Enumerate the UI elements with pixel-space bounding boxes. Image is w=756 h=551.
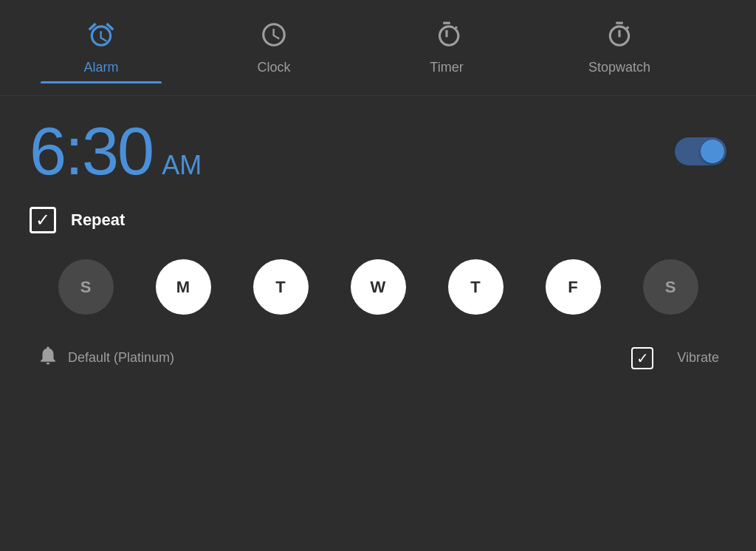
tab-stopwatch-label: Stopwatch [588,60,650,75]
day-monday[interactable]: M [156,259,211,315]
day-selector: S M T W T F S [30,259,726,315]
vibrate-checkmark: ✓ [636,349,649,367]
tab-timer-label: Timer [430,60,463,75]
tab-clock[interactable]: Clock [188,13,360,83]
alarm-row: 6:30 AM [30,118,726,185]
nav-tabs: Alarm Clock Timer Stopwatch [0,0,756,96]
checkbox-checkmark: ✓ [35,211,50,229]
vibrate-checkbox[interactable]: ✓ [631,347,653,369]
timer-icon [433,21,461,54]
clock-icon [260,21,288,54]
tab-alarm[interactable]: Alarm [15,13,188,83]
stopwatch-icon [605,21,633,54]
repeat-label: Repeat [71,211,125,230]
vibrate-item[interactable]: ✓ Vibrate [631,347,719,369]
alarm-time-display[interactable]: 6:30 AM [30,118,202,185]
day-sunday-label: S [80,278,92,297]
repeat-row: ✓ Repeat [30,207,726,233]
tab-stopwatch[interactable]: Stopwatch [533,13,706,83]
tab-clock-label: Clock [257,60,290,75]
tab-alarm-label: Alarm [83,60,118,75]
alarm-toggle[interactable] [675,137,726,165]
toggle-knob [701,140,724,163]
day-thursday[interactable]: T [448,259,504,315]
day-wednesday[interactable]: W [351,259,406,315]
day-tuesday-label: T [275,278,285,297]
ringtone-icon [37,344,59,372]
day-friday[interactable]: F [546,259,601,315]
repeat-checkbox[interactable]: ✓ [30,207,56,233]
time-value: 6:30 [30,118,153,185]
ringtone-label: Default (Platinum) [68,350,174,366]
day-saturday[interactable]: S [643,259,698,315]
vibrate-label: Vibrate [677,350,719,366]
day-sunday[interactable]: S [58,259,114,315]
time-ampm: AM [162,150,202,181]
day-monday-label: M [176,278,190,297]
day-friday-label: F [568,278,577,297]
more-menu-button[interactable] [706,30,741,66]
ringtone-item[interactable]: Default (Platinum) [37,344,174,372]
main-content: 6:30 AM ✓ Repeat S M T W T F [0,96,756,394]
bottom-row: Default (Platinum) ✓ Vibrate [30,344,726,372]
day-tuesday[interactable]: T [253,259,309,315]
alarm-icon [87,21,115,54]
day-saturday-label: S [665,278,676,297]
day-wednesday-label: W [371,278,386,297]
tab-timer[interactable]: Timer [360,13,533,83]
day-thursday-label: T [470,278,480,297]
